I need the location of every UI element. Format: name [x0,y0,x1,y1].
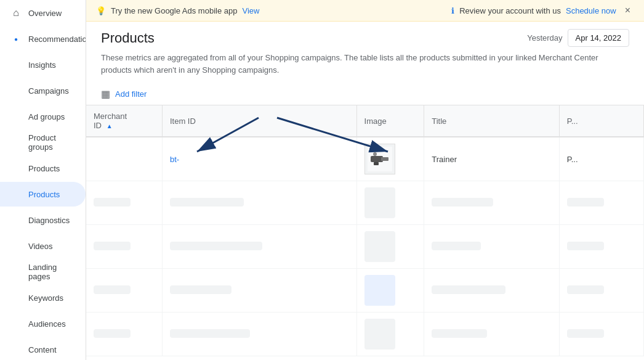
cell-merchant-id [86,181,162,225]
sidebar-item-label: Videos [28,242,53,251]
info-description: These metrics are aggregated from all of… [101,53,598,75]
cell-title: Trainer [424,137,560,181]
sidebar-item-label: Ad groups [28,112,65,121]
audiences-icon [10,317,22,330]
sidebar-item-products-sub[interactable]: Products [0,156,86,181]
banner-left: 💡 Try the new Google Ads mobile app View [96,6,259,15]
cell-merchant-id [86,137,162,181]
cell-title [424,225,560,269]
filter-icon[interactable]: ▦ [101,88,110,100]
filter-bar: ▦ Add filter [86,83,644,105]
cell-merchant-id [86,313,162,356]
col-header-merchant-id[interactable]: MerchantID ▲ [86,105,162,137]
sidebar-item-label: Audiences [28,319,66,329]
col-image-label: Image [364,117,387,126]
cell-price [559,269,643,313]
cell-title [424,181,560,225]
landing-pages-icon [10,266,22,278]
cell-price [559,313,643,356]
cell-item-id [162,269,356,313]
sidebar-item-label: Recommendations [28,35,86,44]
cell-price [559,225,643,269]
content-icon [10,343,22,356]
sidebar-item-recommendations[interactable]: ● Recommendations [0,27,86,51]
table-container[interactable]: MerchantID ▲ Item ID Image Title P... [86,105,644,360]
home-icon: ⌂ [10,7,22,19]
cell-item-id [162,225,356,269]
sidebar-item-label: Diagnostics [28,216,70,225]
col-price-label: P... [567,117,578,126]
ad-groups-icon [10,110,22,123]
product-groups-icon [10,136,22,149]
cell-image [356,269,424,313]
sidebar-item-keywords[interactable]: Keywords [0,285,86,310]
table-row [86,181,644,225]
page-header: Products Yesterday Apr 14, 2022 [86,22,644,52]
insights-icon [10,59,22,71]
table-row [86,269,644,313]
cell-item-id [162,181,356,225]
table-row [86,225,644,269]
sidebar-item-landing-pages[interactable]: Landing pages [0,260,86,284]
cell-price: P... [559,137,643,181]
banner-schedule-link[interactable]: Schedule now [566,6,616,15]
col-header-image[interactable]: Image [356,105,424,137]
col-header-item-id[interactable]: Item ID [162,105,356,137]
sidebar-item-products[interactable]: Products [0,182,86,207]
banner-right: ℹ Review your account with us Schedule n… [451,4,634,17]
svg-rect-2 [381,157,388,161]
product-image [364,144,395,174]
sidebar-item-content[interactable]: Content [0,337,86,360]
col-header-price[interactable]: P... [559,105,643,137]
sidebar-item-diagnostics[interactable]: Diagnostics [0,208,86,232]
svg-point-4 [373,152,377,156]
table-header-row: MerchantID ▲ Item ID Image Title P... [86,105,644,137]
cell-image [356,137,424,181]
sidebar-item-label: Keywords [28,293,63,303]
sidebar-item-label: Overview [28,9,62,18]
sidebar-item-label: Content [28,345,57,354]
date-label: Yesterday [527,33,562,43]
videos-icon [10,240,22,252]
sort-asc-icon: ▲ [107,123,113,129]
item-id-link[interactable]: bt- [170,155,179,164]
cell-image [356,225,424,269]
sidebar: ⌂ Overview ● Recommendations Insights Ca… [0,0,86,360]
banner-close-button[interactable]: × [621,4,634,17]
cell-image [356,181,424,225]
product-thumbnail [368,147,392,171]
table-row [86,313,644,356]
banner-bulb-icon: 💡 [96,6,106,15]
sidebar-item-label: Insights [28,60,56,70]
sidebar-item-label: Product groups [28,133,76,152]
col-header-title[interactable]: Title [424,105,560,137]
add-filter-button[interactable]: Add filter [115,89,147,99]
info-text: These metrics are aggregated from all of… [86,52,644,83]
banner-view-link[interactable]: View [242,6,259,15]
cell-merchant-id [86,269,162,313]
main-content: 💡 Try the new Google Ads mobile app View… [86,0,644,360]
cell-merchant-id [86,225,162,269]
col-item-id-label: Item ID [170,117,196,126]
products-icon [10,188,22,200]
recommendations-icon: ● [10,33,22,45]
diagnostics-icon [10,214,22,226]
cell-item-id [162,313,356,356]
sidebar-item-label: Products [28,164,60,173]
sidebar-item-label: Products [28,190,60,199]
sidebar-item-product-groups[interactable]: Product groups [0,130,86,155]
sidebar-item-videos[interactable]: Videos [0,234,86,258]
date-controls: Yesterday Apr 14, 2022 [527,29,629,47]
banner-info-icon: ℹ [451,6,454,15]
sidebar-item-overview[interactable]: ⌂ Overview [0,1,86,25]
sidebar-item-audiences[interactable]: Audiences [0,311,86,336]
campaigns-icon [10,84,22,97]
sidebar-item-label: Landing pages [28,263,76,281]
sidebar-item-campaigns[interactable]: Campaigns [0,78,86,103]
sidebar-item-insights[interactable]: Insights [0,52,86,77]
date-picker-button[interactable]: Apr 14, 2022 [568,29,629,47]
cell-item-id: bt- [162,137,356,181]
products-table: MerchantID ▲ Item ID Image Title P... [86,105,644,356]
sidebar-item-label: Campaigns [28,86,69,96]
sidebar-item-ad-groups[interactable]: Ad groups [0,104,86,129]
